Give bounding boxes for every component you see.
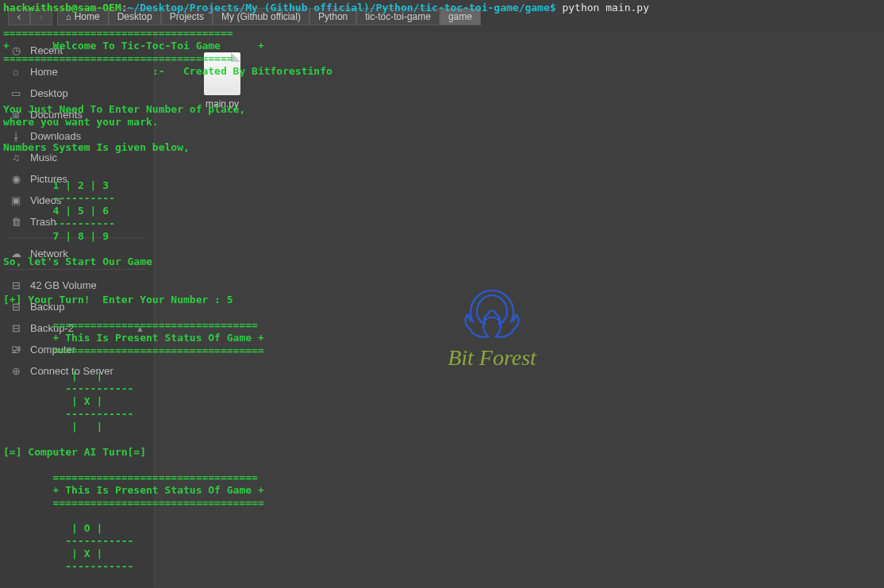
sidebar-item-connect[interactable]: ⊕Connect to Server [0, 360, 154, 382]
sidebar-item-network[interactable]: ☁Network [0, 243, 154, 264]
separator [8, 237, 146, 238]
content-pane[interactable]: main.py [155, 32, 884, 588]
music-icon: ♫ [10, 152, 22, 163]
breadcrumb-item[interactable]: My (Github official) [213, 8, 309, 25]
breadcrumb: ⌂ Home Desktop Projects My (Github offic… [57, 8, 481, 25]
breadcrumb-item-active[interactable]: game [440, 8, 481, 25]
separator [8, 269, 146, 270]
disk-icon: ⊟ [10, 279, 22, 291]
breadcrumb-item[interactable]: Python [309, 8, 356, 25]
toolbar: ‹ › ⌂ Home Desktop Projects My (Github o… [8, 8, 481, 25]
home-icon: ⌂ [10, 66, 22, 78]
folder-icon: ▭ [10, 87, 22, 99]
sidebar-item-documents[interactable]: 🗎Documents [0, 104, 154, 125]
sidebar-item-backup2[interactable]: ⊟Backup-2▲ [0, 317, 154, 339]
breadcrumb-label: Home [75, 11, 100, 22]
sidebar-item-backup[interactable]: ⊟Backup [0, 296, 154, 317]
camera-icon: ◉ [10, 173, 22, 185]
sidebar-item-computer[interactable]: 🖳Computer [0, 339, 154, 360]
sidebar-item-volume[interactable]: ⊟42 GB Volume [0, 275, 154, 296]
breadcrumb-item[interactable]: Projects [161, 8, 213, 25]
breadcrumb-item[interactable]: Desktop [109, 8, 161, 25]
disk-icon: ⊟ [10, 301, 22, 313]
file-name: main.py [194, 98, 250, 110]
video-icon: ▣ [10, 194, 22, 206]
trash-icon: 🗑 [10, 216, 22, 228]
nav-back-button[interactable]: ‹ [8, 8, 30, 25]
download-icon: ⭳ [10, 130, 22, 142]
document-icon: 🗎 [10, 109, 22, 121]
sidebar-item-desktop[interactable]: ▭Desktop [0, 83, 154, 104]
sidebar-item-videos[interactable]: ▣Videos [0, 190, 154, 211]
sidebar-item-music[interactable]: ♫Music [0, 147, 154, 168]
disk-icon: ⊟ [10, 322, 22, 334]
breadcrumb-item[interactable]: tic-toc-toi-game [356, 8, 440, 25]
network-icon: ☁ [10, 248, 22, 259]
sidebar-item-recent[interactable]: ◷Recent [0, 40, 154, 61]
file-manager-window: ‹ › ⌂ Home Desktop Projects My (Github o… [0, 0, 884, 588]
sidebar-item-pictures[interactable]: ◉Pictures [0, 168, 154, 190]
sidebar-item-trash[interactable]: 🗑Trash [0, 211, 154, 233]
nav-forward-button[interactable]: › [30, 8, 52, 25]
computer-icon: 🖳 [10, 344, 22, 355]
network-icon: ⊕ [10, 365, 22, 377]
breadcrumb-home[interactable]: ⌂ Home [57, 8, 109, 25]
eject-icon[interactable]: ▲ [136, 324, 144, 333]
sidebar-item-home[interactable]: ⌂Home [0, 61, 154, 83]
home-icon: ⌂ [66, 12, 71, 21]
sidebar-item-downloads[interactable]: ⭳Downloads [0, 125, 154, 147]
sidebar: ◷Recent ⌂Home ▭Desktop 🗎Documents ⭳Downl… [0, 32, 155, 587]
file-item[interactable]: main.py [194, 52, 250, 110]
python-file-icon [204, 52, 240, 95]
clock-icon: ◷ [10, 44, 22, 56]
